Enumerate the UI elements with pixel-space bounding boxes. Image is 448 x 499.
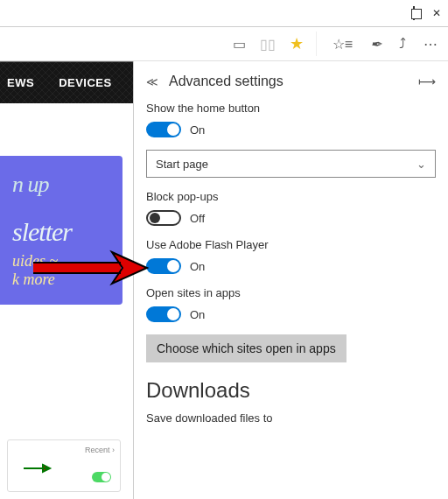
panel-title: Advanced settings xyxy=(169,74,284,89)
pin-icon[interactable]: ⟼ xyxy=(418,74,436,88)
close-button[interactable]: ✕ xyxy=(432,7,441,19)
setting-label: Show the home button xyxy=(146,102,436,115)
site-nav: EWS DEVICES xyxy=(0,61,133,103)
home-button-toggle[interactable] xyxy=(146,122,181,137)
back-button[interactable]: ≪ xyxy=(146,75,158,88)
more-icon[interactable]: ⋯ xyxy=(424,36,438,53)
mini-arrow-annotation xyxy=(22,461,57,477)
setting-label: Use Adobe Flash Player xyxy=(146,238,436,251)
block-popups-toggle[interactable] xyxy=(146,210,181,226)
downloads-heading: Downloads xyxy=(146,378,436,403)
setting-label: Block pop-ups xyxy=(146,190,436,203)
setting-label: Open sites in apps xyxy=(146,286,436,299)
card-text: n up xyxy=(12,172,112,198)
book-icon[interactable]: ▯▯ xyxy=(260,36,276,53)
start-page-select[interactable]: Start page ⌄ xyxy=(146,150,436,178)
flash-toggle[interactable] xyxy=(146,258,181,274)
pen-icon[interactable]: ✒ xyxy=(370,36,382,53)
nav-item[interactable]: DEVICES xyxy=(59,76,112,89)
card-text: sletter xyxy=(12,217,112,247)
open-in-apps-toggle[interactable] xyxy=(146,306,181,322)
settings-panel: ≪ Advanced settings ⟼ Show the home butt… xyxy=(133,61,448,499)
window-controls: ✕ xyxy=(0,0,448,26)
nav-item[interactable]: EWS xyxy=(7,76,34,89)
card-text: uides ~ xyxy=(12,252,112,271)
mini-toggle[interactable] xyxy=(92,472,111,482)
toolbar: ▭ ▯▯ ★ ☆≡ ✒ ⤴ ⋯ xyxy=(0,26,448,61)
downloads-sublabel: Save downloaded files to xyxy=(146,411,436,425)
mini-widget: Recent › xyxy=(7,439,121,492)
toggle-state: On xyxy=(190,308,205,321)
recent-label: Recent › xyxy=(13,446,115,454)
share-icon[interactable]: ⤴ xyxy=(399,36,406,52)
select-value: Start page xyxy=(156,158,208,171)
page-content: EWS DEVICES n up sletter uides ~ k more … xyxy=(0,61,133,499)
toggle-state: On xyxy=(190,260,205,273)
choose-sites-button[interactable]: Choose which sites open in apps xyxy=(146,334,346,362)
restore-button[interactable] xyxy=(413,7,415,19)
reading-view-icon[interactable]: ▭ xyxy=(233,36,246,53)
chevron-down-icon: ⌄ xyxy=(416,158,426,171)
card-text: k more xyxy=(12,271,112,289)
newsletter-card: n up sletter uides ~ k more xyxy=(0,156,122,305)
favorite-star-icon[interactable]: ★ xyxy=(290,34,304,53)
toggle-state: On xyxy=(190,123,205,137)
favorites-hub-icon[interactable]: ☆≡ xyxy=(332,36,353,53)
toggle-state: Off xyxy=(190,212,205,225)
